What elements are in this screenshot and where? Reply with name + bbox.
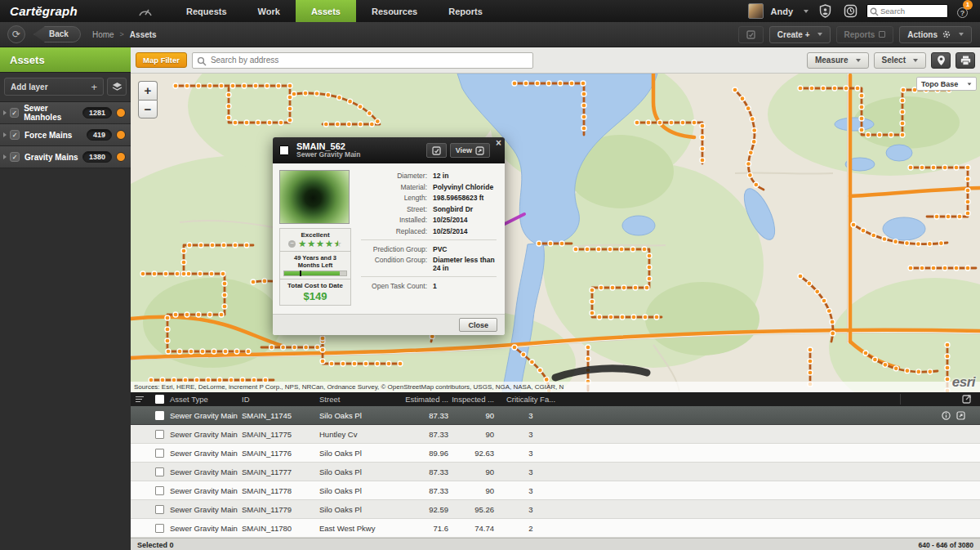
row-checkbox[interactable] — [155, 449, 164, 458]
layer-checkbox[interactable] — [10, 152, 20, 162]
search-input[interactable] — [880, 7, 944, 16]
table-row[interactable]: Sewer Gravity Main SMAIN_11780 East West… — [131, 519, 980, 538]
column-inspected[interactable]: Inspected ... — [448, 395, 494, 404]
locate-button[interactable] — [931, 52, 951, 69]
main-area: Map Filter Measure Select — [131, 47, 980, 550]
table-row[interactable]: Sewer Gravity Main SMAIN_11779 Silo Oaks… — [131, 500, 980, 519]
layer-row[interactable]: Sewer Manholes 1281 — [0, 102, 131, 124]
layer-color-swatch[interactable] — [116, 108, 126, 118]
basemap — [131, 74, 980, 392]
popup-edit-button[interactable] — [426, 143, 447, 158]
layer-row[interactable]: Gravity Mains 1380 — [0, 146, 131, 168]
sort-icon[interactable] — [131, 395, 149, 404]
minus-icon[interactable]: − — [288, 240, 296, 248]
row-checkbox[interactable] — [155, 430, 164, 439]
star-icon[interactable] — [316, 239, 324, 248]
table-row[interactable]: Sewer Gravity Main SMAIN_11775 Huntley C… — [131, 425, 980, 444]
row-checkbox[interactable] — [155, 524, 164, 533]
field-row: Material: Polyvinyl Chloride — [361, 183, 497, 191]
search-icon — [870, 7, 879, 16]
zoom-out-button[interactable]: − — [138, 100, 158, 118]
condition-label: Excellent — [283, 231, 347, 239]
nav-item[interactable]: Requests — [171, 0, 243, 22]
nav-item[interactable]: Resources — [356, 0, 433, 22]
address-search — [192, 52, 533, 69]
caret-down-icon — [959, 33, 964, 36]
layer-color-swatch[interactable] — [116, 152, 126, 162]
gauge-icon[interactable] — [89, 0, 171, 22]
layer-row[interactable]: Force Mains 419 — [0, 124, 131, 146]
history-icon[interactable] — [841, 3, 859, 20]
disclosure-icon[interactable] — [3, 110, 7, 115]
table-row[interactable]: Sewer Gravity Main SMAIN_11778 Silo Oaks… — [131, 481, 980, 500]
column-criticality[interactable]: Criticality Fa... — [494, 395, 568, 404]
map-attribution: Sources: Esri, HERE, DeLorme, increment … — [131, 382, 980, 392]
layers-sidebar: Assets Add layer + Sewer Manholes 1281 — [0, 47, 131, 550]
row-checkbox[interactable] — [155, 486, 164, 495]
layer-checkbox[interactable] — [10, 108, 19, 118]
map-toolbar-right: Measure Select — [807, 52, 975, 69]
star-icon[interactable] — [325, 239, 333, 248]
popup-checkbox[interactable] — [279, 145, 289, 155]
row-checkbox[interactable] — [155, 467, 164, 476]
map-pin-icon — [937, 55, 946, 66]
table-footer: Selected 0 640 - 646 of 3080 — [131, 538, 980, 550]
column-estimated[interactable]: Estimated ... — [401, 395, 448, 404]
back-button[interactable]: Back — [33, 26, 81, 42]
row-checkbox[interactable] — [155, 505, 164, 514]
avatar[interactable] — [748, 3, 764, 19]
user-name[interactable]: Andy — [771, 7, 794, 16]
column-street[interactable]: Street — [319, 395, 401, 404]
sidebar-title: Assets — [0, 47, 131, 73]
nav-item[interactable]: Reports — [433, 0, 498, 22]
notification-badge[interactable]: 1 — [963, 0, 973, 10]
asset-photo[interactable] — [279, 170, 350, 224]
actions-button[interactable]: Actions — [899, 26, 972, 43]
layer-checkbox[interactable] — [10, 130, 20, 140]
zoom-in-button[interactable]: + — [138, 81, 158, 100]
disclosure-icon[interactable] — [3, 132, 7, 137]
layers-icon-button[interactable] — [107, 78, 127, 96]
measure-button[interactable]: Measure — [807, 52, 869, 69]
breadcrumb-home[interactable]: Home — [92, 30, 114, 39]
close-icon[interactable] — [496, 138, 501, 148]
popup-view-button[interactable]: View — [450, 143, 490, 158]
expand-table-icon[interactable] — [962, 394, 972, 404]
layer-color-swatch[interactable] — [116, 130, 126, 140]
select-button[interactable]: Select — [874, 52, 926, 69]
life-tick — [300, 271, 301, 276]
add-layer-button[interactable]: Add layer + — [4, 78, 104, 96]
refresh-button[interactable] — [7, 25, 25, 43]
table-row[interactable]: Sewer Gravity Main SMAIN_11776 Silo Oaks… — [131, 444, 980, 463]
reports-button[interactable]: Reports — [836, 26, 894, 43]
map-filter-button[interactable]: Map Filter — [136, 52, 187, 68]
star-icon[interactable] — [298, 239, 306, 248]
column-id[interactable]: ID — [242, 395, 319, 404]
nav-item[interactable]: Work — [243, 0, 296, 22]
row-checkbox[interactable] — [155, 411, 164, 420]
close-button[interactable]: Close — [459, 318, 497, 332]
table-row[interactable]: Sewer Gravity Main SMAIN_11745 Silo Oaks… — [131, 406, 980, 425]
select-all-checkbox[interactable] — [155, 395, 164, 404]
caret-down-icon — [817, 33, 822, 36]
print-button[interactable] — [956, 52, 975, 69]
printer-icon — [960, 56, 971, 65]
open-view-icon[interactable] — [956, 411, 965, 420]
column-asset-type[interactable]: Asset Type — [170, 395, 242, 404]
user-caret-icon[interactable] — [804, 10, 808, 13]
address-search-input[interactable] — [211, 56, 521, 65]
map-toolbar: Map Filter Measure Select — [131, 47, 980, 74]
shield-icon[interactable] — [816, 3, 834, 20]
info-icon[interactable] — [942, 411, 951, 420]
map-canvas[interactable]: + − Topo Base SMAIN_562 Sewer Gravity Ma… — [131, 74, 980, 392]
basemap-selector[interactable]: Topo Base — [916, 77, 977, 91]
record-range: 640 - 646 of 3080 — [918, 541, 973, 549]
star-icon[interactable] — [307, 239, 315, 248]
edit-mode-button[interactable] — [738, 26, 764, 43]
nav-item[interactable]: Assets — [296, 0, 356, 22]
create-button[interactable]: Create + — [769, 26, 831, 43]
caret-down-icon — [913, 59, 918, 62]
star-icon[interactable] — [334, 239, 342, 248]
disclosure-icon[interactable] — [3, 154, 7, 159]
table-row[interactable]: Sewer Gravity Main SMAIN_11777 Silo Oaks… — [131, 463, 980, 481]
